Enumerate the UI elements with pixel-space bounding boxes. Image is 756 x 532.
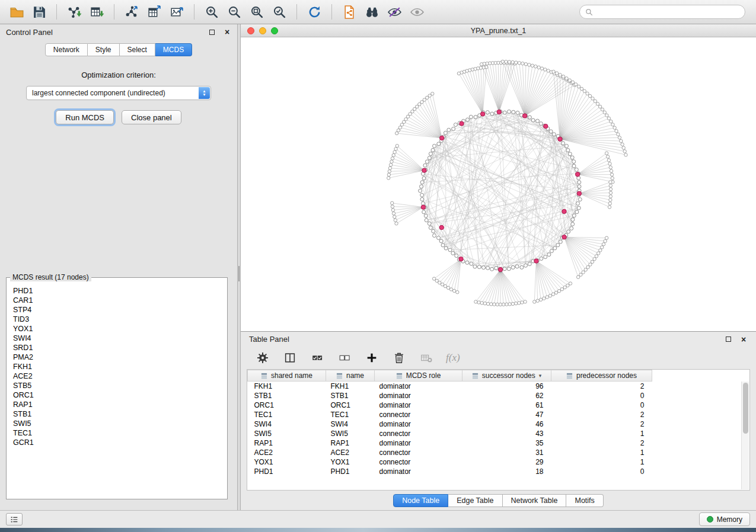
function-builder-button[interactable]: f(x) <box>446 352 460 364</box>
table-cell[interactable]: dominator <box>375 419 462 429</box>
table-cell[interactable]: connector <box>375 410 462 419</box>
column-header-shared-name[interactable]: shared name <box>248 370 326 382</box>
save-button[interactable] <box>28 2 50 21</box>
scrollbar-thumb[interactable] <box>743 383 748 434</box>
mcds-result-item[interactable]: YOX1 <box>13 324 227 334</box>
table-row[interactable]: ORC1ORC1dominator610 <box>248 400 652 410</box>
mcds-result-item[interactable]: ORC1 <box>13 390 227 400</box>
table-cell[interactable]: SWI4 <box>326 419 375 429</box>
column-header-name[interactable]: name <box>326 370 375 382</box>
export-table-button[interactable] <box>143 2 165 21</box>
table-cell[interactable]: YOX1 <box>248 457 326 467</box>
table-cell[interactable]: 0 <box>551 391 652 400</box>
add-column-button[interactable] <box>364 350 379 366</box>
table-cell[interactable]: 1 <box>551 457 652 467</box>
mcds-result-item[interactable]: FKH1 <box>13 362 227 371</box>
float-panel-icon[interactable] <box>208 28 216 36</box>
table-cell[interactable]: 2 <box>551 382 652 392</box>
mcds-result-item[interactable]: TID3 <box>13 315 227 324</box>
table-cell[interactable]: FKH1 <box>326 382 375 392</box>
zoom-selected-button[interactable] <box>269 2 290 21</box>
mcds-result-item[interactable]: CAR1 <box>13 296 227 305</box>
table-cell[interactable]: 29 <box>462 457 551 467</box>
table-cell[interactable]: FKH1 <box>248 382 326 392</box>
close-table-panel-icon[interactable]: × <box>739 335 748 344</box>
table-cell[interactable]: ORC1 <box>326 400 375 410</box>
table-cell[interactable]: dominator <box>375 438 462 448</box>
tab-node-table[interactable]: Node Table <box>393 494 448 507</box>
table-cell[interactable]: TEC1 <box>248 410 326 419</box>
table-cell[interactable]: STB1 <box>248 391 326 400</box>
close-panel-icon[interactable]: × <box>223 28 231 36</box>
tab-style[interactable]: Style <box>88 43 120 56</box>
table-row[interactable]: STB1STB1dominator620 <box>248 391 652 400</box>
table-cell[interactable]: dominator <box>375 400 462 410</box>
table-scrollbar[interactable] <box>741 382 749 489</box>
table-cell[interactable]: 43 <box>462 429 551 438</box>
tab-select[interactable]: Select <box>120 43 155 56</box>
export-image-button[interactable] <box>166 2 187 21</box>
select-all-button[interactable] <box>310 350 325 366</box>
mcds-result-item[interactable]: RAP1 <box>13 400 227 409</box>
table-cell[interactable]: ORC1 <box>248 400 326 410</box>
table-cell[interactable]: STB1 <box>326 391 375 400</box>
mcds-result-item[interactable]: STB1 <box>13 409 227 419</box>
table-cell[interactable]: 2 <box>551 410 652 419</box>
mcds-result-item[interactable]: SWI4 <box>13 334 227 343</box>
mcds-result-item[interactable]: PMA2 <box>13 352 227 362</box>
mcds-result-item[interactable]: SWI5 <box>13 419 227 428</box>
find-button[interactable] <box>361 2 382 21</box>
search-input[interactable] <box>596 8 739 16</box>
table-row[interactable]: ACE2ACE2connector311 <box>248 448 652 457</box>
table-cell[interactable]: 62 <box>462 391 551 400</box>
tab-network[interactable]: Network <box>45 43 88 56</box>
tab-motifs[interactable]: Motifs <box>566 494 603 507</box>
export-network-button[interactable] <box>121 2 142 21</box>
table-row[interactable]: SWI5SWI5connector431 <box>248 429 652 438</box>
zoom-out-button[interactable] <box>224 2 245 21</box>
toggle-visibility-button[interactable] <box>384 2 405 21</box>
table-cell[interactable]: connector <box>375 429 462 438</box>
close-window-icon[interactable] <box>247 27 254 34</box>
column-header-predecessor-nodes[interactable]: predecessor nodes <box>551 370 652 382</box>
table-cell[interactable]: 2 <box>551 438 652 448</box>
table-cell[interactable]: 46 <box>462 419 551 429</box>
delete-table-button[interactable] <box>419 350 434 366</box>
zoom-fit-button[interactable] <box>246 2 267 21</box>
table-cell[interactable]: SWI5 <box>326 429 375 438</box>
mcds-result-list[interactable]: PHD1CAR1STP4TID3YOX1SWI4SRD1PMA2FKH1ACE2… <box>7 284 227 498</box>
maximize-window-icon[interactable] <box>271 27 278 34</box>
network-window-titlebar[interactable]: YPA_prune.txt_1 <box>241 24 756 37</box>
show-columns-button[interactable] <box>282 350 298 366</box>
import-table-button[interactable] <box>86 2 107 21</box>
mcds-result-item[interactable]: TEC1 <box>13 428 227 438</box>
criterion-select[interactable]: largest connected component (undirected)… <box>26 86 211 100</box>
table-cell[interactable]: dominator <box>375 382 462 392</box>
table-cell[interactable]: TEC1 <box>326 410 375 419</box>
minimize-window-icon[interactable] <box>259 27 266 34</box>
table-cell[interactable]: SWI5 <box>248 429 326 438</box>
table-row[interactable]: RAP1RAP1dominator352 <box>248 438 652 448</box>
table-cell[interactable]: PHD1 <box>248 467 326 476</box>
table-cell[interactable]: 2 <box>551 419 652 429</box>
table-cell[interactable]: 35 <box>462 438 551 448</box>
table-cell[interactable]: RAP1 <box>326 438 375 448</box>
show-button[interactable] <box>406 2 428 21</box>
column-header-successor-nodes[interactable]: successor nodes▾ <box>462 370 551 382</box>
table-cell[interactable]: 1 <box>551 429 652 438</box>
table-cell[interactable]: YOX1 <box>326 457 375 467</box>
network-canvas[interactable] <box>241 37 756 331</box>
table-cell[interactable]: connector <box>375 448 462 457</box>
table-cell[interactable]: 61 <box>462 400 551 410</box>
task-history-button[interactable] <box>6 513 23 525</box>
table-cell[interactable]: connector <box>375 457 462 467</box>
float-table-panel-icon[interactable] <box>724 335 732 344</box>
table-cell[interactable]: ACE2 <box>326 448 375 457</box>
table-row[interactable]: SWI4SWI4dominator462 <box>248 419 652 429</box>
zoom-in-button[interactable] <box>201 2 222 21</box>
table-cell[interactable]: 0 <box>551 467 652 476</box>
memory-button[interactable]: Memory <box>699 512 750 526</box>
tab-network-table[interactable]: Network Table <box>503 494 567 507</box>
table-row[interactable]: YOX1YOX1connector291 <box>248 457 652 467</box>
open-button[interactable] <box>6 2 27 21</box>
